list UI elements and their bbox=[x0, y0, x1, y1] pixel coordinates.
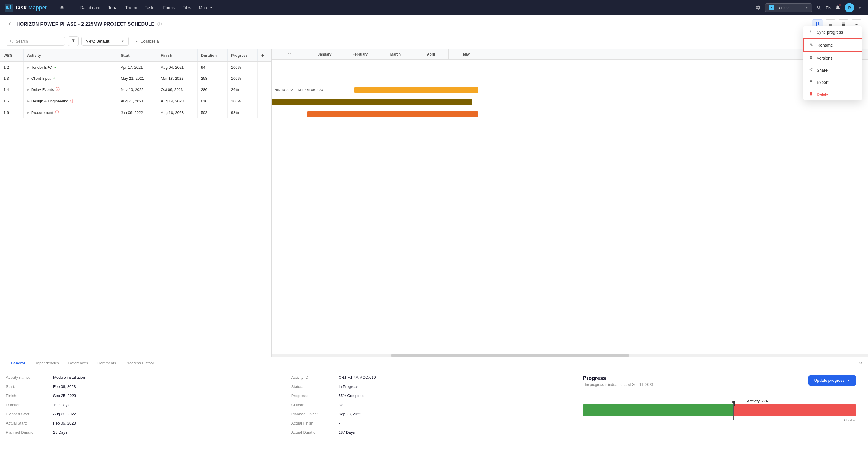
rename-icon: ✎ bbox=[809, 42, 814, 48]
main-content: HORIZON POWER PHASE - 2 225MW PROJECT SC… bbox=[0, 16, 868, 457]
update-progress-button[interactable]: Update progress ▼ bbox=[808, 375, 856, 386]
dropdown-delete[interactable]: Delete bbox=[803, 88, 862, 100]
dropdown-sync-progress[interactable]: ↻ Sync progress bbox=[803, 26, 862, 38]
tab-general[interactable]: General bbox=[6, 357, 30, 369]
horizontal-scrollbar[interactable] bbox=[272, 354, 868, 357]
search-button[interactable] bbox=[814, 3, 824, 12]
collapse-all-button[interactable]: Collapse all bbox=[132, 37, 163, 45]
critical-label: Critical: bbox=[291, 403, 339, 407]
expand-arrow[interactable]: ▶ bbox=[27, 66, 30, 69]
activity-cell: ▶ Client Input ✓ bbox=[23, 73, 117, 84]
status-warn-icon: ⓘ bbox=[55, 110, 59, 115]
svg-point-5 bbox=[857, 24, 858, 25]
table-row[interactable]: 1.6 ▶ Procurement ⓘ Jan 06, 2022 Aug 18,… bbox=[0, 107, 271, 118]
panel-grid: Activity name: Module installation Start… bbox=[6, 375, 862, 439]
settings-button[interactable] bbox=[754, 3, 763, 12]
progress-bars bbox=[583, 404, 856, 416]
nav-forms[interactable]: Forms bbox=[159, 4, 178, 12]
actual-duration-row: Actual Duration: 187 Days bbox=[291, 430, 568, 434]
panel-tabs: General Dependencies References Comments… bbox=[0, 357, 868, 369]
progress-chart: Activity 55% bbox=[583, 399, 856, 422]
user-avatar[interactable]: R bbox=[845, 3, 854, 12]
tab-comments[interactable]: Comments bbox=[93, 357, 121, 369]
actual-finish-value: - bbox=[339, 421, 568, 425]
dropdown-export[interactable]: Export bbox=[803, 76, 862, 88]
col-add[interactable]: + bbox=[257, 49, 271, 62]
table-row[interactable]: 1.2 ▶ Tender EPC ✓ Apr 17, 2021 Aug 04, … bbox=[0, 62, 271, 73]
gantt-row-1 bbox=[272, 60, 868, 72]
avatar-dropdown[interactable]: ▼ bbox=[857, 4, 863, 11]
back-button[interactable] bbox=[6, 20, 13, 29]
actual-finish-row: Actual Finish: - bbox=[291, 421, 568, 425]
start-cell: May 21, 2021 bbox=[117, 73, 157, 84]
sync-label: Sync progress bbox=[817, 30, 843, 34]
home-button[interactable] bbox=[57, 3, 67, 13]
progress-cell: 100% bbox=[227, 95, 257, 107]
extra-cell bbox=[257, 84, 271, 95]
app-logo[interactable]: TaskMapper bbox=[5, 4, 47, 12]
dropdown-versions[interactable]: Versions bbox=[803, 52, 862, 64]
nav-dashboard[interactable]: Dashboard bbox=[77, 4, 104, 12]
activity-name: Procurement bbox=[31, 111, 53, 115]
gantt-month-feb: February bbox=[342, 49, 378, 59]
panel-close-button[interactable]: × bbox=[859, 360, 862, 366]
finish-cell: Oct 09, 2023 bbox=[157, 84, 197, 95]
gantt-section[interactable]: er January February March April May Nov … bbox=[272, 49, 868, 357]
wbs-cell: 1.5 bbox=[0, 95, 23, 107]
duration-label: Duration: bbox=[6, 403, 53, 407]
notifications-button[interactable] bbox=[833, 3, 842, 13]
status-check-icon: ✓ bbox=[53, 76, 56, 81]
scrollbar-thumb[interactable] bbox=[391, 354, 629, 357]
expand-arrow[interactable]: ▶ bbox=[27, 77, 30, 80]
bottom-panel: General Dependencies References Comments… bbox=[0, 357, 868, 457]
actual-duration-value: 187 Days bbox=[339, 430, 568, 434]
table-row[interactable]: 1.4 ▶ Delay Events ⓘ Nov 10, 2022 Oct 09… bbox=[0, 84, 271, 95]
workspace-selector[interactable]: H Horizon ▼ bbox=[765, 3, 812, 12]
info-icon[interactable]: ⓘ bbox=[157, 21, 162, 27]
tab-progress-history[interactable]: Progress History bbox=[121, 357, 159, 369]
nav-files[interactable]: Files bbox=[179, 4, 195, 12]
dropdown-rename[interactable]: ✎ Rename bbox=[803, 38, 862, 52]
tab-references[interactable]: References bbox=[64, 357, 93, 369]
duration-cell: 502 bbox=[197, 107, 227, 118]
expand-arrow[interactable]: ▶ bbox=[27, 99, 30, 103]
search-input[interactable] bbox=[16, 39, 61, 43]
dropdown-share[interactable]: Share bbox=[803, 64, 862, 76]
finish-cell: Aug 04, 2021 bbox=[157, 62, 197, 73]
table-row[interactable]: 1.3 ▶ Client Input ✓ May 21, 2021 Mar 18… bbox=[0, 73, 271, 84]
col-progress: Progress bbox=[227, 49, 257, 62]
nav-terra[interactable]: Terra bbox=[104, 4, 121, 12]
planned-duration-row: Planned Duration: 28 Days bbox=[6, 430, 283, 434]
language-badge[interactable]: EN bbox=[826, 6, 831, 10]
gantt-month-jan: January bbox=[307, 49, 342, 59]
delete-label: Delete bbox=[817, 92, 829, 97]
search-box[interactable] bbox=[6, 37, 65, 46]
duration-cell: 616 bbox=[197, 95, 227, 107]
progress-bar-complete bbox=[583, 404, 733, 416]
gantt-month-may: May bbox=[449, 49, 484, 59]
expand-arrow[interactable]: ▶ bbox=[27, 88, 30, 91]
view-selector[interactable]: View: Default ▼ bbox=[82, 37, 129, 46]
top-nav: TaskMapper Dashboard Terra Therm Tasks F… bbox=[0, 0, 868, 16]
tab-dependencies[interactable]: Dependencies bbox=[30, 357, 63, 369]
progress-row: Progress: 55% Complete bbox=[291, 394, 568, 398]
nav-more[interactable]: More ▼ bbox=[195, 4, 216, 12]
nav-therm[interactable]: Therm bbox=[122, 4, 141, 12]
start-cell: Apr 17, 2021 bbox=[117, 62, 157, 73]
expand-arrow[interactable]: ▶ bbox=[27, 111, 30, 114]
status-value: In Progress bbox=[339, 385, 568, 389]
status-warn-icon: ⓘ bbox=[56, 87, 60, 92]
activity-name: Design & Engineering bbox=[31, 99, 68, 103]
col-duration: Duration bbox=[197, 49, 227, 62]
nav-tasks[interactable]: Tasks bbox=[142, 4, 159, 12]
table-row[interactable]: 1.5 ▶ Design & Engineering ⓘ Aug 21, 202… bbox=[0, 95, 271, 107]
actual-start-row: Actual Start: Feb 06, 2023 bbox=[6, 421, 283, 425]
filter-button[interactable] bbox=[68, 36, 79, 46]
progress-bar-remaining bbox=[733, 404, 856, 416]
activity-name-value: Module installation bbox=[53, 375, 283, 379]
duration-value: 199 Days bbox=[53, 403, 283, 407]
finish-label: Finish: bbox=[6, 394, 53, 398]
activity-cell: ▶ Delay Events ⓘ bbox=[23, 84, 117, 95]
panel-left-section: Activity name: Module installation Start… bbox=[6, 375, 291, 439]
gantt-month-apr: April bbox=[413, 49, 449, 59]
